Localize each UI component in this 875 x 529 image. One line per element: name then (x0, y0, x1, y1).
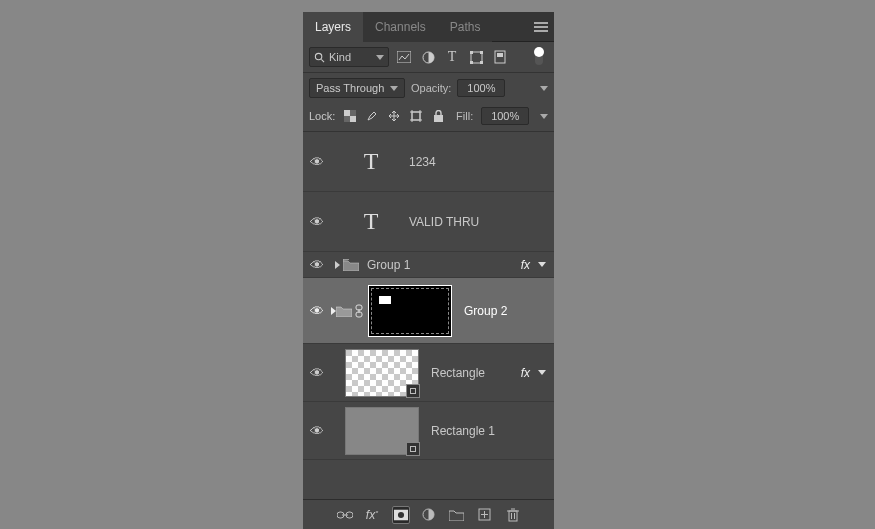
lock-label: Lock: (309, 110, 335, 122)
eye-icon: 👁 (310, 257, 324, 273)
new-layer-button[interactable] (476, 506, 494, 524)
layer-name[interactable]: Rectangle 1 (419, 424, 546, 438)
chevron-down-icon[interactable] (540, 86, 548, 91)
filter-row: Kind T (303, 42, 554, 73)
filter-shape-icon[interactable] (467, 48, 485, 66)
vector-mask-badge (406, 384, 420, 398)
blend-mode-value: Pass Through (316, 82, 384, 94)
filter-pixel-icon[interactable] (395, 48, 413, 66)
layer-mask-thumbnail[interactable] (368, 285, 452, 337)
svg-point-28 (397, 511, 403, 517)
layer-valid-thru[interactable]: 👁 T VALID THRU (303, 192, 554, 252)
svg-rect-12 (350, 116, 356, 122)
visibility-toggle[interactable]: 👁 (303, 278, 331, 343)
link-layers-button[interactable] (336, 506, 354, 524)
layers-panel: Layers Channels Paths Kind T (303, 12, 554, 529)
opacity-label: Opacity: (411, 82, 451, 94)
fill-value[interactable]: 100% (481, 107, 529, 125)
blend-mode-select[interactable]: Pass Through (309, 78, 405, 98)
layer-name[interactable]: 1234 (391, 155, 546, 169)
lock-row: Lock: Fill: 100% (303, 103, 554, 132)
eye-icon: 👁 (310, 154, 324, 170)
fill-label: Fill: (456, 110, 473, 122)
visibility-toggle[interactable]: 👁 (303, 252, 331, 278)
chevron-down-icon[interactable] (538, 370, 546, 375)
filter-kind-select[interactable]: Kind (309, 47, 389, 67)
svg-rect-33 (509, 511, 517, 521)
layer-list: 👁 T 1234 👁 T VALID THRU 👁 Group 1 fx 👁 G (303, 132, 554, 499)
svg-rect-2 (397, 51, 411, 63)
chevron-down-icon[interactable] (540, 114, 548, 119)
layer-rectangle-1[interactable]: 👁 Rectangle 1 (303, 402, 554, 460)
filter-toggle-switch[interactable] (530, 48, 548, 66)
svg-rect-7 (470, 61, 473, 64)
svg-rect-10 (497, 53, 503, 57)
svg-rect-6 (480, 51, 483, 54)
visibility-toggle[interactable]: 👁 (303, 192, 331, 251)
search-icon (314, 52, 325, 63)
layer-name[interactable]: VALID THRU (391, 215, 546, 229)
vector-mask-badge (406, 442, 420, 456)
svg-rect-13 (350, 110, 356, 116)
eye-icon: 👁 (310, 303, 324, 319)
visibility-toggle[interactable]: 👁 (303, 344, 331, 401)
eye-icon: 👁 (310, 214, 324, 230)
layer-1234[interactable]: 👁 T 1234 (303, 132, 554, 192)
new-group-button[interactable] (448, 506, 466, 524)
chevron-down-icon (390, 86, 398, 91)
tab-channels[interactable]: Channels (363, 12, 438, 42)
tab-layers[interactable]: Layers (303, 12, 363, 42)
fx-badge[interactable]: fx (521, 258, 534, 272)
tab-paths[interactable]: Paths (438, 12, 493, 42)
new-adjustment-button[interactable] (420, 506, 438, 524)
layer-style-button[interactable]: fx˅ (364, 506, 382, 524)
svg-rect-11 (344, 110, 350, 116)
expand-toggle[interactable] (331, 261, 343, 269)
eye-icon: 👁 (310, 365, 324, 381)
chevron-right-icon (335, 261, 340, 269)
layer-group-1[interactable]: 👁 Group 1 fx (303, 252, 554, 278)
layer-name[interactable]: Rectangle (419, 366, 521, 380)
layer-group-2[interactable]: 👁 Group 2 (303, 278, 554, 344)
link-icon (354, 304, 364, 318)
folder-icon (343, 259, 359, 271)
layer-rectangle[interactable]: 👁 Rectangle fx (303, 344, 554, 402)
lock-all-icon[interactable] (431, 109, 445, 123)
type-layer-icon: T (351, 202, 391, 242)
add-mask-button[interactable] (392, 506, 410, 524)
layer-thumbnail[interactable] (345, 349, 419, 397)
delete-layer-button[interactable] (504, 506, 522, 524)
blend-row: Pass Through Opacity: 100% (303, 73, 554, 103)
chevron-down-icon[interactable] (538, 262, 546, 267)
svg-rect-5 (470, 51, 473, 54)
eye-icon: 👁 (310, 423, 324, 439)
filter-smart-icon[interactable] (491, 48, 509, 66)
svg-line-1 (321, 59, 324, 62)
lock-artboard-icon[interactable] (409, 109, 423, 123)
svg-point-0 (315, 53, 321, 59)
chevron-down-icon (376, 55, 384, 60)
layers-bottom-bar: fx˅ (303, 499, 554, 529)
svg-rect-14 (344, 116, 350, 122)
filter-kind-label: Kind (329, 51, 351, 63)
lock-brush-icon[interactable] (365, 109, 379, 123)
opacity-value[interactable]: 100% (457, 79, 505, 97)
layer-name[interactable]: Group 1 (359, 258, 521, 272)
svg-rect-15 (412, 112, 420, 120)
visibility-toggle[interactable]: 👁 (303, 132, 331, 191)
folder-icon (336, 305, 352, 317)
visibility-toggle[interactable]: 👁 (303, 402, 331, 459)
lock-transparency-icon[interactable] (343, 109, 357, 123)
panel-tabs: Layers Channels Paths (303, 12, 554, 42)
filter-adjustment-icon[interactable] (419, 48, 437, 66)
svg-rect-20 (434, 115, 443, 122)
layer-name[interactable]: Group 2 (452, 304, 546, 318)
fx-badge[interactable]: fx (521, 366, 534, 380)
panel-menu-button[interactable] (528, 12, 554, 42)
lock-move-icon[interactable] (387, 109, 401, 123)
type-layer-icon: T (351, 142, 391, 182)
filter-type-icon[interactable]: T (443, 48, 461, 66)
layer-thumbnail[interactable] (345, 407, 419, 455)
svg-rect-8 (480, 61, 483, 64)
